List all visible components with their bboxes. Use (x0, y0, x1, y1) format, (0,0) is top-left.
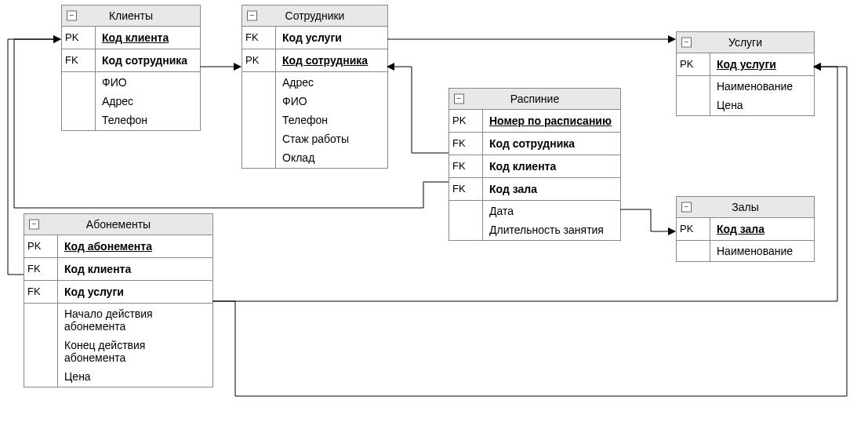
field-row: Адрес ФИО Телефон Стаж работы Оклад (242, 72, 387, 168)
field-row: FKКод зала (449, 178, 620, 201)
field-row: Наименование Цена (677, 76, 814, 115)
field-row: FKКод клиента (24, 258, 212, 281)
field-row: FKКод услуги (24, 281, 212, 304)
collapse-icon[interactable]: − (29, 220, 39, 230)
entity-employees: − Сотрудники FKКод услуги PKКод сотрудни… (242, 5, 388, 169)
field-row: Дата Длительность занятия (449, 201, 620, 240)
field-row: PKКод зала (677, 218, 814, 241)
collapse-icon[interactable]: − (681, 38, 692, 48)
entity-clients: − Клиенты PKКод клиента FKКод сотрудника… (61, 5, 201, 131)
entity-title: Услуги (728, 36, 762, 49)
field-row: FKКод клиента (449, 155, 620, 178)
collapse-icon[interactable]: − (454, 94, 464, 104)
field-row: FKКод сотрудника (449, 133, 620, 155)
field-row: Наименование (677, 241, 814, 261)
collapse-icon[interactable]: − (247, 11, 257, 21)
field-row: PKНомер по расписанию (449, 110, 620, 133)
collapse-icon[interactable]: − (681, 202, 692, 213)
field-row: Начало действия абонемента Конец действи… (24, 304, 212, 387)
field-row: FKКод услуги (242, 27, 387, 49)
collapse-icon[interactable]: − (67, 11, 77, 21)
field-row: PKКод абонемента (24, 235, 212, 258)
entity-title: Сотрудники (285, 9, 345, 22)
entity-subs: − Абонементы PKКод абонемента FKКод клие… (24, 213, 213, 387)
entity-header: − Клиенты (62, 5, 200, 27)
field-row: ФИО Адрес Телефон (62, 72, 200, 130)
entity-header: − Залы (677, 197, 814, 218)
entity-halls: − Залы PKКод зала Наименование (676, 196, 815, 262)
field-row: PKКод клиента (62, 27, 200, 49)
entity-services: − Услуги PKКод услуги Наименование Цена (676, 31, 815, 116)
entity-title: Залы (732, 201, 758, 213)
field-row: FKКод сотрудника (62, 49, 200, 72)
entity-header: − Сотрудники (242, 5, 387, 27)
entity-title: Абонементы (86, 218, 151, 231)
entity-schedule: − Распиние PKНомер по расписанию FKКод с… (449, 88, 621, 241)
entity-title: Клиенты (109, 9, 153, 22)
field-row: PKКод сотрудника (242, 49, 387, 72)
entity-header: − Распиние (449, 89, 620, 110)
field-row: PKКод услуги (677, 53, 814, 76)
entity-header: − Услуги (677, 32, 814, 53)
entity-header: − Абонементы (24, 214, 212, 235)
entity-title: Распиние (510, 93, 559, 105)
